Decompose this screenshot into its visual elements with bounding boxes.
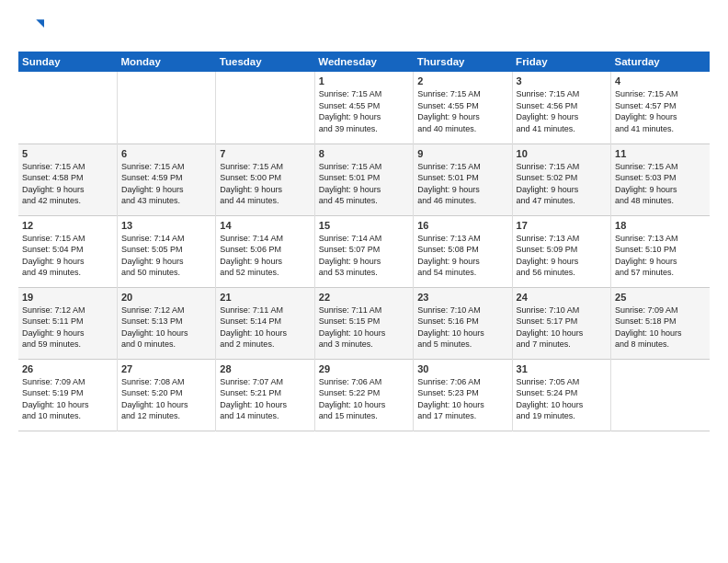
day-number: 20: [121, 292, 211, 303]
weekday-header-tuesday: Tuesday: [216, 52, 314, 72]
day-number: 27: [121, 363, 211, 374]
day-info: Sunrise: 7:11 AM Sunset: 5:15 PM Dayligh…: [319, 304, 409, 350]
calendar-table: SundayMondayTuesdayWednesdayThursdayFrid…: [18, 52, 710, 431]
day-number: 2: [417, 75, 507, 86]
weekday-header-wednesday: Wednesday: [314, 52, 413, 72]
day-info: Sunrise: 7:12 AM Sunset: 5:11 PM Dayligh…: [22, 304, 113, 350]
calendar-cell: 18Sunrise: 7:13 AM Sunset: 5:10 PM Dayli…: [611, 215, 710, 287]
day-info: Sunrise: 7:08 AM Sunset: 5:20 PM Dayligh…: [121, 376, 211, 422]
page: SundayMondayTuesdayWednesdayThursdayFrid…: [0, 0, 728, 441]
weekday-header-sunday: Sunday: [18, 52, 117, 72]
svg-marker-0: [36, 19, 44, 28]
logo: [18, 15, 48, 40]
header: [18, 15, 710, 40]
calendar-cell: 16Sunrise: 7:13 AM Sunset: 5:08 PM Dayli…: [414, 215, 512, 287]
day-number: 14: [220, 220, 310, 231]
day-number: 11: [615, 148, 706, 159]
calendar-cell: 23Sunrise: 7:10 AM Sunset: 5:16 PM Dayli…: [414, 287, 512, 359]
day-info: Sunrise: 7:14 AM Sunset: 5:06 PM Dayligh…: [220, 233, 310, 279]
day-info: Sunrise: 7:10 AM Sunset: 5:16 PM Dayligh…: [417, 304, 507, 350]
calendar-cell: 29Sunrise: 7:06 AM Sunset: 5:22 PM Dayli…: [314, 359, 413, 431]
calendar-cell: [611, 359, 710, 431]
day-info: Sunrise: 7:15 AM Sunset: 5:04 PM Dayligh…: [22, 233, 113, 279]
day-info: Sunrise: 7:15 AM Sunset: 5:03 PM Dayligh…: [615, 161, 706, 207]
calendar-cell: 9Sunrise: 7:15 AM Sunset: 5:01 PM Daylig…: [414, 144, 512, 215]
calendar-cell: 28Sunrise: 7:07 AM Sunset: 5:21 PM Dayli…: [216, 359, 314, 431]
calendar-cell: 17Sunrise: 7:13 AM Sunset: 5:09 PM Dayli…: [512, 215, 610, 287]
day-number: 4: [615, 75, 706, 86]
calendar-cell: [216, 72, 314, 144]
week-row-5: 26Sunrise: 7:09 AM Sunset: 5:19 PM Dayli…: [18, 359, 710, 431]
calendar-cell: 26Sunrise: 7:09 AM Sunset: 5:19 PM Dayli…: [18, 359, 117, 431]
day-number: 30: [417, 363, 507, 374]
day-info: Sunrise: 7:09 AM Sunset: 5:19 PM Dayligh…: [22, 376, 113, 422]
calendar-cell: 4Sunrise: 7:15 AM Sunset: 4:57 PM Daylig…: [611, 72, 710, 144]
weekday-header-thursday: Thursday: [414, 52, 512, 72]
day-number: 25: [615, 292, 706, 303]
day-info: Sunrise: 7:15 AM Sunset: 5:01 PM Dayligh…: [319, 161, 409, 207]
calendar-cell: 5Sunrise: 7:15 AM Sunset: 4:58 PM Daylig…: [18, 144, 117, 215]
day-number: 12: [22, 220, 113, 231]
weekday-header-friday: Friday: [512, 52, 610, 72]
calendar-cell: 11Sunrise: 7:15 AM Sunset: 5:03 PM Dayli…: [611, 144, 710, 215]
day-number: 8: [319, 148, 409, 159]
calendar-cell: 2Sunrise: 7:15 AM Sunset: 4:55 PM Daylig…: [414, 72, 512, 144]
day-info: Sunrise: 7:06 AM Sunset: 5:22 PM Dayligh…: [319, 376, 409, 422]
day-number: 7: [220, 148, 310, 159]
day-number: 18: [615, 220, 706, 231]
calendar-cell: 19Sunrise: 7:12 AM Sunset: 5:11 PM Dayli…: [18, 287, 117, 359]
day-number: 15: [319, 220, 409, 231]
weekday-header-monday: Monday: [117, 52, 215, 72]
day-number: 13: [121, 220, 211, 231]
logo-icon: [18, 15, 44, 40]
calendar-cell: 25Sunrise: 7:09 AM Sunset: 5:18 PM Dayli…: [611, 287, 710, 359]
calendar-cell: 1Sunrise: 7:15 AM Sunset: 4:55 PM Daylig…: [314, 72, 413, 144]
weekday-header-saturday: Saturday: [611, 52, 710, 72]
day-info: Sunrise: 7:14 AM Sunset: 5:05 PM Dayligh…: [121, 233, 211, 279]
week-row-3: 12Sunrise: 7:15 AM Sunset: 5:04 PM Dayli…: [18, 215, 710, 287]
day-info: Sunrise: 7:15 AM Sunset: 5:02 PM Dayligh…: [517, 161, 607, 207]
day-info: Sunrise: 7:11 AM Sunset: 5:14 PM Dayligh…: [220, 304, 310, 350]
day-number: 28: [220, 363, 310, 374]
day-info: Sunrise: 7:15 AM Sunset: 4:56 PM Dayligh…: [517, 88, 607, 134]
calendar-cell: 13Sunrise: 7:14 AM Sunset: 5:05 PM Dayli…: [117, 215, 215, 287]
day-info: Sunrise: 7:05 AM Sunset: 5:24 PM Dayligh…: [517, 376, 607, 422]
calendar-cell: 15Sunrise: 7:14 AM Sunset: 5:07 PM Dayli…: [314, 215, 413, 287]
day-number: 17: [517, 220, 607, 231]
day-number: 24: [517, 292, 607, 303]
week-row-2: 5Sunrise: 7:15 AM Sunset: 4:58 PM Daylig…: [18, 144, 710, 215]
day-number: 22: [319, 292, 409, 303]
calendar-cell: 10Sunrise: 7:15 AM Sunset: 5:02 PM Dayli…: [512, 144, 610, 215]
calendar-cell: [117, 72, 215, 144]
calendar-cell: 3Sunrise: 7:15 AM Sunset: 4:56 PM Daylig…: [512, 72, 610, 144]
calendar-cell: 12Sunrise: 7:15 AM Sunset: 5:04 PM Dayli…: [18, 215, 117, 287]
day-number: 16: [417, 220, 507, 231]
day-info: Sunrise: 7:06 AM Sunset: 5:23 PM Dayligh…: [417, 376, 507, 422]
day-number: 6: [121, 148, 211, 159]
day-number: 19: [22, 292, 113, 303]
day-info: Sunrise: 7:13 AM Sunset: 5:10 PM Dayligh…: [615, 233, 706, 279]
day-info: Sunrise: 7:09 AM Sunset: 5:18 PM Dayligh…: [615, 304, 706, 350]
day-info: Sunrise: 7:15 AM Sunset: 4:58 PM Dayligh…: [22, 161, 113, 207]
calendar-cell: 22Sunrise: 7:11 AM Sunset: 5:15 PM Dayli…: [314, 287, 413, 359]
day-number: 1: [319, 75, 409, 86]
day-info: Sunrise: 7:12 AM Sunset: 5:13 PM Dayligh…: [121, 304, 211, 350]
weekday-header-row: SundayMondayTuesdayWednesdayThursdayFrid…: [18, 52, 710, 72]
calendar-cell: 24Sunrise: 7:10 AM Sunset: 5:17 PM Dayli…: [512, 287, 610, 359]
day-info: Sunrise: 7:13 AM Sunset: 5:09 PM Dayligh…: [517, 233, 607, 279]
calendar-cell: [18, 72, 117, 144]
day-number: 29: [319, 363, 409, 374]
week-row-1: 1Sunrise: 7:15 AM Sunset: 4:55 PM Daylig…: [18, 72, 710, 144]
day-number: 3: [517, 75, 607, 86]
week-row-4: 19Sunrise: 7:12 AM Sunset: 5:11 PM Dayli…: [18, 287, 710, 359]
calendar-cell: 6Sunrise: 7:15 AM Sunset: 4:59 PM Daylig…: [117, 144, 215, 215]
day-number: 9: [417, 148, 507, 159]
day-number: 26: [22, 363, 113, 374]
day-info: Sunrise: 7:13 AM Sunset: 5:08 PM Dayligh…: [417, 233, 507, 279]
day-info: Sunrise: 7:15 AM Sunset: 5:01 PM Dayligh…: [417, 161, 507, 207]
day-info: Sunrise: 7:10 AM Sunset: 5:17 PM Dayligh…: [517, 304, 607, 350]
day-info: Sunrise: 7:15 AM Sunset: 5:00 PM Dayligh…: [220, 161, 310, 207]
day-number: 23: [417, 292, 507, 303]
day-info: Sunrise: 7:15 AM Sunset: 4:57 PM Dayligh…: [615, 88, 706, 134]
day-number: 10: [517, 148, 607, 159]
